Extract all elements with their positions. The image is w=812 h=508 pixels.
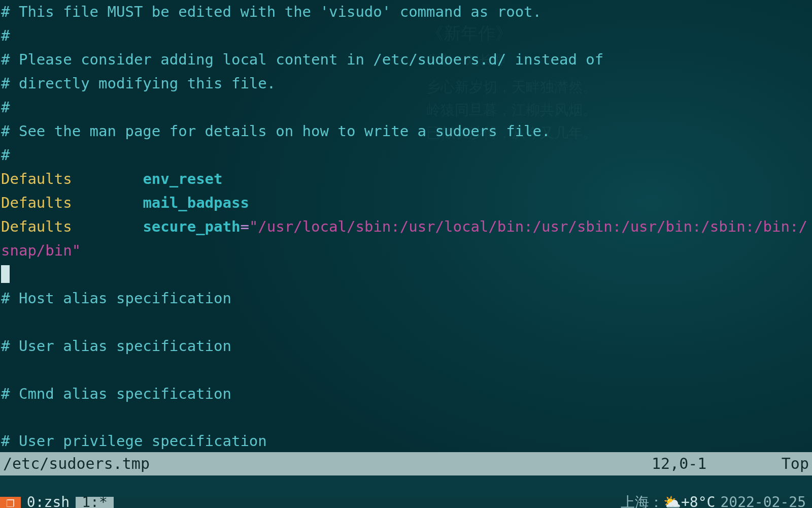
vim-status-scroll: Top [763, 452, 809, 477]
vim-status-bar: /etc/sudoers.tmp 12,0-1 Top [0, 452, 812, 475]
tmux-window-1-label: 1: [82, 491, 99, 508]
editor-line[interactable]: # Please consider adding local content i… [1, 48, 811, 72]
editor-line[interactable]: Defaults secure_path="/usr/local/sbin:/u… [1, 215, 811, 263]
editor-line[interactable]: # Cmnd alias specification [1, 382, 811, 406]
token-option: env_reset [143, 170, 222, 187]
editor-line[interactable]: # directly modifying this file. [1, 72, 811, 96]
weather-icon: ⛅ [663, 491, 681, 508]
token-comment: # See the man page for details on how to… [1, 122, 551, 140]
tmux-window-0-label: 0:zsh [27, 491, 70, 508]
token-comment: # User alias specification [1, 337, 231, 355]
tmux-location: 上海： [621, 491, 663, 508]
editor-line[interactable]: # This file MUST be edited with the 'vis… [1, 0, 811, 24]
token-comment: # Host alias specification [1, 290, 231, 307]
token-plain [1, 361, 10, 378]
token-plain [72, 218, 143, 235]
token-plain [72, 194, 143, 211]
token-comment: # directly modifying this file. [1, 75, 276, 92]
editor-line[interactable]: # [1, 24, 811, 48]
editor-line[interactable]: # See the man page for details on how to… [1, 119, 811, 143]
token-plain [1, 313, 10, 331]
token-option: mail_badpass [143, 194, 249, 211]
tmux-session-indicator[interactable]: ❐ [0, 497, 21, 508]
token-comment: # This file MUST be edited with the 'vis… [1, 3, 542, 20]
vim-editor-viewport[interactable]: # This file MUST be edited with the 'vis… [0, 0, 812, 508]
token-eq: = [240, 218, 249, 235]
editor-line[interactable]: Defaults env_reset [1, 167, 811, 191]
editor-line[interactable] [1, 310, 811, 334]
tmux-status-bar: ❐ 0:zsh 1: * 上海： ⛅ +8°C 2022-02-25 [0, 497, 812, 508]
token-keyword: Defaults [1, 170, 72, 187]
token-keyword: Defaults [1, 194, 72, 211]
tmux-temperature: +8°C [681, 491, 715, 508]
vim-status-cursor: 12,0-1 [652, 452, 763, 477]
editor-line[interactable]: # [1, 96, 811, 119]
tmux-window-0[interactable]: 0:zsh [21, 497, 76, 508]
editor-line[interactable]: Defaults mail_badpass [1, 191, 811, 215]
token-comment: # Cmnd alias specification [1, 385, 231, 402]
tmux-date: 2022-02-25 [720, 491, 806, 508]
editor-line[interactable] [1, 263, 811, 287]
token-comment: # Please consider adding local content i… [1, 51, 603, 68]
token-keyword: Defaults [1, 218, 72, 235]
editor-line[interactable] [1, 405, 811, 429]
token-plain [1, 408, 10, 426]
editor-line[interactable]: # User alias specification [1, 334, 811, 358]
tmux-window-1-active[interactable]: 1: * [76, 497, 114, 508]
editor-line[interactable]: # Host alias specification [1, 287, 811, 310]
tmux-window-1-flag: * [99, 491, 108, 508]
editor-line[interactable]: # User privilege specification [1, 429, 811, 453]
token-comment: # User privilege specification [1, 432, 267, 450]
token-option: secure_path [143, 218, 240, 235]
editor-line[interactable]: # [1, 143, 811, 167]
tmux-session-icon: ❐ [6, 491, 15, 508]
editor-line[interactable] [1, 358, 811, 382]
text-cursor [1, 265, 10, 283]
token-comment: # [1, 146, 10, 164]
vim-status-filename: /etc/sudoers.tmp [3, 452, 652, 477]
token-plain [72, 170, 143, 187]
tmux-right-status: 上海： ⛅ +8°C 2022-02-25 [615, 497, 812, 508]
token-comment: # [1, 27, 10, 44]
token-comment: # [1, 99, 10, 116]
